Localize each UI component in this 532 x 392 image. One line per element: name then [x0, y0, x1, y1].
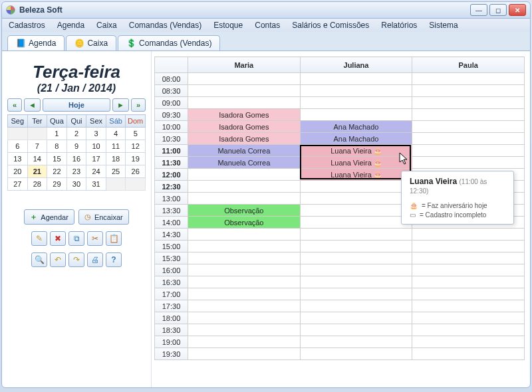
- schedule-cell[interactable]: [300, 181, 412, 193]
- schedule-cell[interactable]: [188, 348, 301, 360]
- close-button[interactable]: ✕: [509, 4, 526, 16]
- schedule-cell[interactable]: [300, 109, 412, 121]
- print-icon[interactable]: 🖨: [87, 252, 103, 267]
- first-button[interactable]: «: [7, 98, 22, 112]
- schedule-cell[interactable]: [188, 300, 301, 312]
- schedule-cell[interactable]: [300, 288, 412, 300]
- schedule-cell[interactable]: [300, 229, 412, 241]
- delete-icon[interactable]: ✖: [50, 231, 66, 246]
- schedule-cell[interactable]: [412, 241, 525, 252]
- schedule-cell[interactable]: [412, 264, 525, 276]
- column-header[interactable]: Juliana: [300, 57, 412, 73]
- schedule-cell[interactable]: Luana Vieira🎂: [300, 145, 412, 157]
- schedule-cell[interactable]: [300, 217, 412, 229]
- maximize-button[interactable]: ◻: [489, 4, 507, 16]
- cal-day[interactable]: 7: [27, 140, 47, 153]
- schedule-cell[interactable]: [188, 324, 301, 336]
- schedule-cell[interactable]: [412, 300, 525, 312]
- cal-day[interactable]: 24: [86, 165, 106, 178]
- schedule-cell[interactable]: Isadora Gomes: [188, 121, 301, 133]
- copy-icon[interactable]: ⧉: [68, 231, 84, 246]
- minimize-button[interactable]: ―: [470, 4, 487, 16]
- schedule-cell[interactable]: [412, 336, 525, 348]
- schedule-cell[interactable]: [188, 181, 301, 193]
- schedule-cell[interactable]: [188, 97, 301, 109]
- schedule-cell[interactable]: [300, 348, 412, 360]
- schedule-cell[interactable]: [412, 85, 525, 97]
- schedule-cell[interactable]: [188, 276, 301, 288]
- cal-day[interactable]: 15: [47, 153, 67, 165]
- cal-day[interactable]: 14: [27, 153, 47, 165]
- schedule-cell[interactable]: [188, 336, 301, 348]
- schedule-cell[interactable]: [412, 312, 525, 324]
- schedule-cell[interactable]: [300, 85, 412, 97]
- schedule-cell[interactable]: [300, 241, 412, 252]
- schedule-cell[interactable]: [412, 157, 525, 169]
- cal-day[interactable]: 10: [86, 140, 106, 153]
- schedule-cell[interactable]: [188, 229, 301, 241]
- schedule-cell[interactable]: [300, 97, 412, 109]
- schedule-cell[interactable]: [300, 264, 412, 276]
- encaixar-button[interactable]: ◷ Encaixar: [78, 209, 129, 225]
- schedule-cell[interactable]: [300, 193, 412, 205]
- cal-day[interactable]: 11: [106, 140, 126, 153]
- schedule-cell[interactable]: [188, 193, 301, 205]
- menu-contas[interactable]: Contas: [255, 21, 280, 30]
- cut-icon[interactable]: ✂: [87, 231, 103, 246]
- schedule-cell[interactable]: [412, 252, 525, 264]
- cal-day[interactable]: 4: [106, 128, 126, 140]
- cal-day[interactable]: 16: [66, 153, 86, 165]
- redo-icon[interactable]: ↷: [68, 252, 84, 267]
- schedule-cell[interactable]: [300, 312, 412, 324]
- column-header[interactable]: Maria: [188, 57, 301, 73]
- schedule-cell[interactable]: Observação: [188, 205, 301, 217]
- schedule-cell[interactable]: Observação: [188, 217, 301, 229]
- today-button[interactable]: Hoje: [43, 98, 110, 112]
- schedule-cell[interactable]: [300, 336, 412, 348]
- cal-day[interactable]: 17: [86, 153, 106, 165]
- schedule-cell[interactable]: [300, 300, 412, 312]
- schedule-cell[interactable]: Manuela Correa: [188, 145, 301, 157]
- cal-day[interactable]: 6: [8, 140, 28, 153]
- help-icon[interactable]: ?: [106, 252, 122, 267]
- cal-day[interactable]: 9: [66, 140, 86, 153]
- schedule-cell[interactable]: [412, 121, 525, 133]
- tab-caixa[interactable]: 🪙Caixa: [66, 35, 116, 50]
- paste-icon[interactable]: 📋: [106, 231, 122, 246]
- schedule-cell[interactable]: [188, 241, 301, 252]
- schedule-cell[interactable]: [300, 252, 412, 264]
- schedule-cell[interactable]: Isadora Gomes: [188, 109, 301, 121]
- cal-day[interactable]: 26: [126, 165, 146, 178]
- cal-day[interactable]: 1: [47, 128, 67, 140]
- cal-day[interactable]: 18: [106, 153, 126, 165]
- schedule-cell[interactable]: [412, 133, 525, 145]
- next-button[interactable]: ►: [112, 98, 129, 112]
- schedule-cell[interactable]: [300, 205, 412, 217]
- cal-day[interactable]: 28: [27, 178, 47, 191]
- schedule-cell[interactable]: Ana Machado: [300, 133, 412, 145]
- schedule-cell[interactable]: [188, 264, 301, 276]
- schedule-cell[interactable]: [412, 109, 525, 121]
- schedule-cell[interactable]: [412, 348, 525, 360]
- menu-comandas-vendas-[interactable]: Comandas (Vendas): [129, 21, 201, 30]
- menu-estoque[interactable]: Estoque: [213, 21, 243, 30]
- schedule-cell[interactable]: [412, 229, 525, 241]
- cal-day[interactable]: 20: [8, 165, 28, 178]
- menu-cadastros[interactable]: Cadastros: [9, 21, 45, 30]
- schedule-cell[interactable]: [188, 85, 301, 97]
- schedule-cell[interactable]: [188, 169, 301, 181]
- schedule-cell[interactable]: [412, 97, 525, 109]
- schedule-cell[interactable]: [300, 324, 412, 336]
- menu-caixa[interactable]: Caixa: [96, 21, 117, 30]
- cal-day[interactable]: 27: [8, 178, 28, 191]
- schedule-cell[interactable]: [412, 324, 525, 336]
- schedule-cell[interactable]: [188, 252, 301, 264]
- schedule-cell[interactable]: [300, 276, 412, 288]
- search-icon[interactable]: 🔍: [31, 252, 47, 267]
- cal-day[interactable]: 21: [27, 165, 47, 178]
- menu-relat-rios[interactable]: Relatórios: [381, 21, 417, 30]
- cal-day[interactable]: 29: [47, 178, 67, 191]
- schedule-cell[interactable]: [412, 73, 525, 85]
- edit-icon[interactable]: ✎: [31, 231, 47, 246]
- schedule-cell[interactable]: [412, 145, 525, 157]
